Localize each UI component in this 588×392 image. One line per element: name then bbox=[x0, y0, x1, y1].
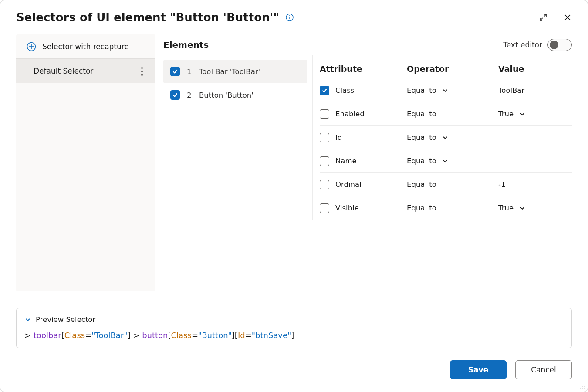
preview-header[interactable]: Preview Selector bbox=[24, 315, 564, 324]
titlebar: Selectors of UI element "Button 'Button'… bbox=[0, 0, 588, 34]
attribute-row: IdEqual to bbox=[320, 126, 572, 149]
attribute-name: Name bbox=[335, 157, 357, 165]
elements-heading: Elements bbox=[163, 40, 209, 50]
attribute-row: ClassEqual toToolBar bbox=[320, 79, 572, 102]
attribute-name: Visible bbox=[335, 204, 359, 212]
close-icon[interactable] bbox=[563, 13, 572, 22]
element-name: Tool Bar 'ToolBar' bbox=[199, 68, 260, 76]
value-field[interactable]: True bbox=[498, 204, 572, 212]
selector-token-op: = bbox=[192, 331, 198, 340]
titlebar-right bbox=[539, 13, 572, 22]
expand-icon[interactable] bbox=[539, 13, 547, 22]
selector-token-str: "ToolBar" bbox=[91, 331, 127, 340]
info-icon[interactable] bbox=[285, 13, 294, 22]
attribute-name: Class bbox=[335, 86, 354, 95]
dialog-footer: Save Cancel bbox=[0, 348, 588, 392]
chevron-down-icon bbox=[442, 87, 449, 94]
value-field[interactable]: -1 bbox=[498, 180, 572, 189]
svg-point-12 bbox=[582, 388, 583, 389]
preview-label: Preview Selector bbox=[36, 315, 95, 324]
value-field[interactable]: ToolBar bbox=[498, 86, 572, 95]
svg-point-8 bbox=[584, 385, 585, 385]
attribute-row: EnabledEqual toTrue bbox=[320, 102, 572, 126]
attribute-value: True bbox=[498, 204, 514, 212]
chevron-down-icon bbox=[519, 111, 526, 118]
operator-select[interactable]: Equal to bbox=[407, 204, 498, 212]
preview-selector-panel[interactable]: Preview Selector > toolbar[Class="ToolBa… bbox=[16, 308, 572, 348]
operator-select[interactable]: Equal to bbox=[407, 86, 498, 95]
operator-select[interactable]: Equal to bbox=[407, 180, 498, 189]
attribute-table: Attribute Operator Value ClassEqual toTo… bbox=[312, 55, 572, 220]
add-selector-button[interactable]: Selector with recapture bbox=[16, 34, 155, 59]
attribute-row: OrdinalEqual to-1 bbox=[320, 173, 572, 196]
selector-token-op: = bbox=[245, 331, 252, 340]
element-index: 1 bbox=[187, 68, 192, 76]
attribute-checkbox[interactable] bbox=[320, 133, 329, 142]
selector-token-tag: toolbar bbox=[34, 331, 61, 340]
attribute-checkbox[interactable] bbox=[320, 180, 329, 189]
element-row[interactable]: 2Button 'Button' bbox=[163, 83, 307, 107]
attribute-row: NameEqual to bbox=[320, 149, 572, 173]
element-name: Button 'Button' bbox=[199, 91, 253, 99]
selector-list-item[interactable]: Default Selector bbox=[16, 59, 155, 83]
cancel-button[interactable]: Cancel bbox=[515, 360, 572, 379]
titlebar-left: Selectors of UI element "Button 'Button'… bbox=[16, 11, 294, 24]
text-editor-toggle[interactable] bbox=[547, 39, 572, 51]
col-value-header: Value bbox=[498, 64, 572, 74]
selector-token-attr: Class bbox=[171, 331, 192, 340]
selector-item-menu-button[interactable] bbox=[137, 66, 147, 76]
svg-point-11 bbox=[580, 388, 581, 389]
selector-token-punc: ] bbox=[291, 331, 294, 340]
attribute-row: VisibleEqual toTrue bbox=[320, 196, 572, 220]
elements-header-row: Elements bbox=[163, 34, 307, 55]
svg-point-2 bbox=[289, 15, 290, 16]
selector-token-op: = bbox=[85, 331, 91, 340]
save-button[interactable]: Save bbox=[450, 360, 507, 379]
element-index: 2 bbox=[187, 91, 192, 99]
preview-selector-text: > toolbar[Class="ToolBar"] > button[Clas… bbox=[24, 331, 564, 340]
dialog-title: Selectors of UI element "Button 'Button'… bbox=[16, 11, 279, 24]
attribute-checkbox[interactable] bbox=[320, 203, 329, 213]
operator-select[interactable]: Equal to bbox=[407, 110, 498, 118]
svg-point-9 bbox=[582, 386, 583, 387]
attribute-name: Id bbox=[335, 133, 342, 142]
plus-circle-icon bbox=[27, 42, 36, 51]
chevron-down-icon bbox=[24, 316, 31, 323]
element-checkbox[interactable] bbox=[170, 67, 180, 76]
operator-value: Equal to bbox=[407, 180, 436, 189]
attributes-panel: Text editor Attribute Operator Value Cla… bbox=[315, 34, 572, 301]
main-content: Selector with recapture Default Selector… bbox=[0, 34, 588, 301]
element-checkbox[interactable] bbox=[170, 90, 180, 100]
operator-value: Equal to bbox=[407, 133, 436, 142]
element-row[interactable]: 1Tool Bar 'ToolBar' bbox=[163, 60, 307, 83]
operator-select[interactable]: Equal to bbox=[407, 157, 498, 165]
attribute-checkbox[interactable] bbox=[320, 86, 329, 95]
selector-token-punc: ][ bbox=[232, 331, 238, 340]
chevron-down-icon bbox=[519, 205, 526, 212]
selector-token-punc: ] > bbox=[128, 331, 142, 340]
selector-token-punc: > bbox=[24, 331, 34, 340]
selector-list-sidebar: Selector with recapture Default Selector bbox=[16, 34, 155, 291]
element-list: 1Tool Bar 'ToolBar'2Button 'Button' bbox=[163, 60, 307, 107]
selector-token-punc: [ bbox=[168, 331, 171, 340]
chevron-down-icon bbox=[442, 158, 449, 165]
elements-panel: Elements 1Tool Bar 'ToolBar'2Button 'But… bbox=[163, 34, 307, 301]
value-field[interactable]: True bbox=[498, 110, 572, 118]
resize-grip-icon[interactable] bbox=[579, 383, 585, 389]
selector-token-attr: Id bbox=[238, 331, 245, 340]
attribute-table-header: Attribute Operator Value bbox=[320, 55, 572, 79]
svg-point-13 bbox=[584, 388, 585, 389]
selector-token-str: "btnSave" bbox=[252, 331, 291, 340]
operator-select[interactable]: Equal to bbox=[407, 133, 498, 142]
selector-token-attr: Class bbox=[64, 331, 85, 340]
svg-point-10 bbox=[584, 386, 585, 387]
attribute-checkbox[interactable] bbox=[320, 109, 329, 119]
attribute-value: True bbox=[498, 110, 514, 118]
selector-builder-window: Selectors of UI element "Button 'Button'… bbox=[0, 0, 588, 392]
selector-token-punc: [ bbox=[61, 331, 64, 340]
attribute-checkbox[interactable] bbox=[320, 156, 329, 166]
text-editor-label: Text editor bbox=[503, 41, 542, 49]
selector-item-label: Default Selector bbox=[34, 67, 93, 75]
operator-value: Equal to bbox=[407, 110, 436, 118]
attribute-name: Enabled bbox=[335, 110, 365, 118]
